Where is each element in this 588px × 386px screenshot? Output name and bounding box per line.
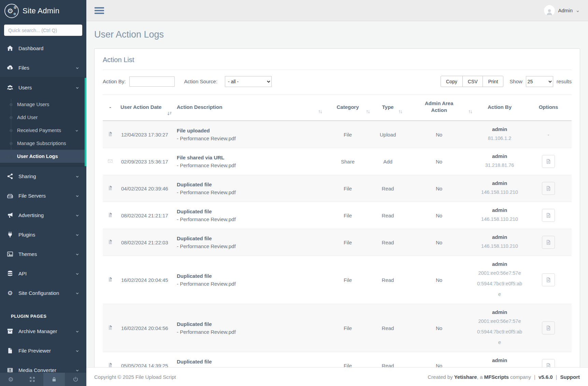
sidebar-item-advertising[interactable]: Advertising — [0, 205, 86, 225]
sidebar-item-label: Themes — [18, 251, 37, 257]
file-icon — [7, 347, 13, 354]
action-by-ip: 2001:ee0:56e7:57e0:5944:7bc9:e0f5:abe — [477, 316, 522, 348]
sort-desc-icon — [167, 111, 172, 116]
column-header-label: Category — [336, 104, 359, 110]
plug-icon — [7, 231, 13, 238]
sidebar-footer-gear-button[interactable]: ⚙ — [0, 373, 21, 386]
results-label: results — [557, 78, 572, 84]
search-input[interactable] — [4, 25, 82, 36]
column-header-action-description[interactable]: Action Description — [174, 95, 324, 121]
mfscripts-link[interactable]: MFScripts — [484, 374, 509, 380]
column-header-action-by: Action By — [474, 95, 525, 121]
action-date-cell: 04/02/2024 20:39:46 — [118, 175, 174, 202]
sidebar-subitem-manage-subscriptions[interactable]: Manage Subscriptions — [0, 137, 86, 150]
sidebar-item-site-configuration[interactable]: ⚙Site Configuration — [0, 283, 86, 303]
sidebar-subitem-manage-users[interactable]: Manage Users — [0, 98, 86, 111]
view-log-button[interactable] — [542, 209, 555, 222]
options-cell — [525, 229, 572, 256]
sidebar-item-file-previewer[interactable]: File Previewer — [0, 341, 86, 360]
view-log-button[interactable] — [542, 182, 555, 195]
sidebar-item-files[interactable]: Files — [0, 58, 86, 77]
view-log-button[interactable] — [542, 321, 555, 334]
sidebar-bottom-bar: ⚙ — [0, 373, 86, 386]
image-icon — [7, 251, 13, 257]
sidebar-item-api[interactable]: API — [0, 264, 86, 283]
sidebar-subitem-user-action-logs[interactable]: User Action Logs — [0, 150, 86, 163]
file-lines-icon — [546, 186, 551, 191]
topbar: Admin — [86, 0, 588, 21]
sidebar-item-file-servers[interactable]: File Servers — [0, 186, 86, 205]
options-cell — [525, 304, 572, 352]
gear-icon: ⚙ — [8, 376, 14, 382]
chevron-down-icon — [75, 194, 80, 198]
column-header-label: - — [110, 104, 111, 110]
sidebar-footer-lock-button[interactable] — [43, 373, 65, 386]
admin-area-action-cell: No — [404, 148, 474, 175]
action-source-select[interactable]: - all - — [225, 76, 272, 87]
row-type-icon-cell — [103, 202, 118, 229]
sidebar-item-archive-manager[interactable]: Archive Manager — [0, 321, 86, 341]
main-area: Admin User Action Logs Action List Actio… — [86, 0, 588, 386]
version-label: v5.6.0 — [539, 374, 553, 380]
column-header-type[interactable]: Type — [372, 95, 404, 121]
sidebar-subitem-add-user[interactable]: Add User — [0, 111, 86, 124]
show-results-select[interactable]: 25 — [526, 76, 553, 87]
lock-icon — [51, 376, 57, 382]
sidebar-footer-expand-button[interactable] — [21, 373, 43, 386]
user-menu[interactable]: Admin — [544, 5, 580, 16]
sidebar-item-label: Media Converter — [18, 367, 56, 373]
print-button[interactable]: Print — [483, 76, 503, 87]
sidebar-item-themes[interactable]: Themes — [0, 244, 86, 264]
view-log-button[interactable] — [542, 273, 555, 286]
action-description-cell: File uploaded- Performance Review.pdf — [174, 121, 324, 148]
column-header-admin-area-action[interactable]: Admin Area Action — [404, 95, 474, 121]
hamburger-menu-icon[interactable] — [95, 7, 104, 14]
action-log-table: -User Action DateAction DescriptionCateg… — [103, 95, 572, 386]
admin-area-action-cell: No — [404, 256, 474, 304]
copy-button[interactable]: Copy — [441, 76, 463, 87]
megaphone-icon — [7, 212, 13, 218]
table-filters: Action By: Action Source: - all - CopyCS… — [103, 70, 572, 91]
sidebar-subitem-label: Manage Subscriptions — [17, 141, 66, 146]
column-header-user-action-date[interactable]: User Action Date — [118, 95, 174, 121]
user-menu-label: Admin — [558, 8, 573, 13]
action-description-title: File uploaded — [177, 127, 321, 134]
export-button-group: CopyCSVPrint — [441, 76, 503, 87]
sidebar-subitem-received-payments[interactable]: Received Payments — [0, 124, 86, 137]
type-cell: Read — [372, 304, 404, 352]
action-description-cell: File shared via URL- Performance Review.… — [174, 148, 324, 175]
category-cell: File — [324, 304, 372, 352]
action-by-ip: 146.158.110.210 — [477, 241, 522, 252]
action-description-title: Duplicated file — [177, 320, 321, 328]
action-by-user: admin — [477, 260, 522, 268]
share-icon — [7, 173, 13, 180]
sidebar-item-sharing[interactable]: Sharing — [0, 167, 86, 186]
view-log-button[interactable] — [542, 236, 555, 249]
row-type-icon-cell — [103, 256, 118, 304]
sidebar-item-label: File Previewer — [18, 348, 51, 354]
column-header-options: Options — [525, 95, 572, 121]
action-list-panel: Action List Action By: Action Source: - … — [94, 48, 580, 386]
sidebar-item-users[interactable]: Users — [0, 78, 86, 97]
action-by-input[interactable] — [129, 76, 175, 87]
action-description-title: Duplicated file — [177, 272, 321, 280]
sidebar-item-dashboard[interactable]: Dashboard — [0, 39, 86, 58]
view-log-button[interactable] — [542, 155, 555, 168]
sidebar-item-label: Advertising — [18, 212, 44, 218]
action-by-ip: 146.158.110.210 — [477, 214, 522, 225]
table-header-row: -User Action DateAction DescriptionCateg… — [103, 95, 572, 121]
action-by-ip: 2001:ee0:56e7:57e0:5944:7bc9:e0f5:abe — [477, 268, 522, 300]
support-link[interactable]: Support — [560, 374, 580, 380]
show-label: Show — [510, 78, 522, 84]
row-type-icon-cell — [103, 175, 118, 202]
action-by-user: admin — [477, 179, 522, 187]
sidebar-plugin-nav: Archive ManagerFile PreviewerMedia Conve… — [0, 321, 86, 380]
csv-button[interactable]: CSV — [462, 76, 483, 87]
column-header-category[interactable]: Category — [324, 95, 372, 121]
admin-area-action-cell: No — [404, 175, 474, 202]
table-row: 16/02/2024 20:04:56Duplicated file- Perf… — [103, 304, 572, 352]
sidebar-item-plugins[interactable]: Plugins — [0, 225, 86, 244]
action-description-file: - Performance Review.pdf — [177, 188, 321, 196]
sidebar-footer-power-button[interactable] — [65, 373, 86, 386]
yetishare-link[interactable]: Yetishare — [454, 374, 477, 380]
